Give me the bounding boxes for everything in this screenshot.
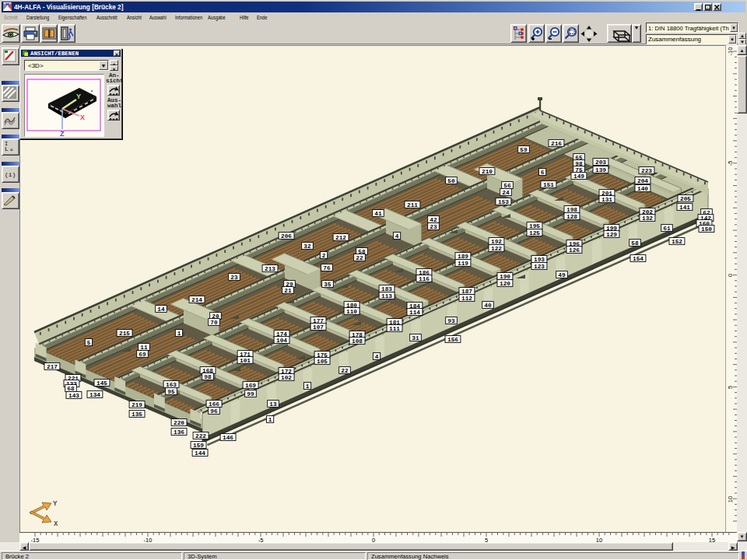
svg-text:69: 69: [139, 352, 146, 358]
svg-text:113: 113: [381, 293, 392, 299]
svg-text:1: 1: [177, 331, 181, 337]
svg-text:143: 143: [68, 393, 79, 399]
svg-text:42: 42: [430, 217, 437, 223]
svg-text:149: 149: [573, 173, 584, 180]
svg-text:114: 114: [409, 310, 420, 316]
svg-text:0: 0: [727, 274, 734, 277]
svg-text:56: 56: [503, 183, 511, 189]
svg-text:50: 50: [447, 178, 455, 184]
svg-text:116: 116: [419, 276, 430, 282]
svg-text:41: 41: [374, 211, 382, 217]
svg-text:112: 112: [461, 296, 472, 302]
svg-text:(i): (i): [5, 171, 16, 178]
svg-text:146: 146: [223, 435, 233, 441]
svg-text:11: 11: [140, 345, 148, 351]
svg-text:214: 214: [191, 297, 202, 303]
svg-text:31: 31: [412, 335, 419, 341]
svg-text:187: 187: [461, 289, 472, 295]
svg-text:X: X: [80, 114, 85, 121]
svg-text:32: 32: [303, 243, 311, 250]
svg-text:99: 99: [247, 391, 254, 397]
svg-text:96: 96: [210, 408, 218, 415]
svg-text:49: 49: [558, 272, 566, 278]
svg-text:23: 23: [230, 275, 238, 281]
svg-text:107: 107: [313, 324, 324, 331]
svg-text:135: 135: [132, 411, 142, 418]
svg-text:131: 131: [601, 197, 612, 203]
svg-text:5: 5: [87, 340, 91, 346]
svg-text:120: 120: [500, 281, 510, 287]
svg-text:211: 211: [407, 202, 418, 208]
svg-text:23: 23: [430, 224, 437, 230]
svg-text:X: X: [54, 520, 58, 528]
svg-text:58: 58: [631, 240, 639, 247]
svg-text:169: 169: [245, 383, 256, 389]
svg-text:140: 140: [637, 186, 648, 192]
svg-text:203: 203: [595, 159, 606, 166]
svg-text:104: 104: [276, 338, 287, 344]
svg-text:152: 152: [672, 239, 682, 245]
svg-text:213: 213: [265, 266, 275, 272]
svg-text:166: 166: [209, 401, 219, 408]
svg-text:102: 102: [281, 375, 292, 381]
svg-text:2: 2: [322, 253, 326, 259]
svg-text:5: 5: [727, 386, 734, 389]
svg-text:145: 145: [96, 380, 107, 387]
svg-text:Y: Y: [76, 93, 81, 100]
svg-text:14: 14: [157, 306, 165, 313]
svg-text:59: 59: [520, 147, 528, 153]
svg-text:35: 35: [324, 282, 331, 288]
svg-text:22: 22: [341, 368, 349, 374]
svg-text:129: 129: [606, 232, 617, 238]
svg-text:150: 150: [701, 226, 712, 233]
svg-text:110: 110: [346, 309, 357, 315]
svg-text:195: 195: [529, 223, 540, 229]
svg-text:126: 126: [569, 247, 580, 254]
svg-text:40: 40: [484, 303, 492, 309]
svg-text:93: 93: [447, 318, 455, 324]
svg-text:163: 163: [166, 382, 177, 388]
svg-text:Z: Z: [60, 130, 65, 136]
svg-text:101: 101: [240, 358, 251, 364]
svg-text:216: 216: [551, 141, 562, 147]
svg-text:210: 210: [482, 169, 493, 175]
svg-text:-5: -5: [727, 161, 734, 166]
svg-text:1: 1: [268, 417, 272, 423]
svg-text:98: 98: [204, 374, 212, 380]
svg-text:o: o: [10, 147, 13, 152]
svg-text:212: 212: [335, 235, 346, 241]
svg-text:134: 134: [89, 392, 100, 398]
svg-text:6: 6: [541, 170, 545, 176]
svg-text:219: 219: [132, 402, 142, 408]
svg-text:204: 204: [637, 178, 648, 184]
svg-text:139: 139: [595, 167, 606, 173]
svg-text:144: 144: [195, 450, 205, 457]
svg-text:189: 189: [458, 254, 468, 260]
svg-text:13: 13: [269, 401, 277, 408]
svg-text:125: 125: [529, 230, 540, 236]
svg-text:111: 111: [389, 326, 400, 332]
svg-text:70: 70: [210, 320, 218, 326]
svg-text:61: 61: [663, 226, 671, 232]
svg-text:220: 220: [174, 420, 184, 426]
svg-text:68: 68: [67, 386, 75, 392]
svg-text:190: 190: [500, 274, 510, 280]
svg-text:128: 128: [566, 214, 577, 220]
svg-text:108: 108: [352, 338, 363, 345]
svg-text:193: 193: [534, 257, 545, 263]
svg-text:L: L: [5, 145, 9, 152]
svg-text:159: 159: [193, 443, 204, 449]
svg-text:206: 206: [281, 233, 292, 240]
svg-text:10: 10: [727, 496, 734, 502]
svg-text:122: 122: [491, 246, 502, 252]
svg-text:132: 132: [642, 215, 653, 222]
svg-text:76: 76: [323, 265, 331, 271]
svg-text:Y: Y: [53, 500, 58, 508]
svg-text:141: 141: [679, 205, 690, 211]
svg-text:95: 95: [167, 389, 175, 395]
svg-text:1: 1: [306, 383, 310, 390]
svg-text:153: 153: [498, 199, 509, 205]
svg-text:151: 151: [543, 182, 554, 188]
svg-text:22: 22: [356, 255, 363, 261]
svg-text:119: 119: [458, 261, 468, 267]
